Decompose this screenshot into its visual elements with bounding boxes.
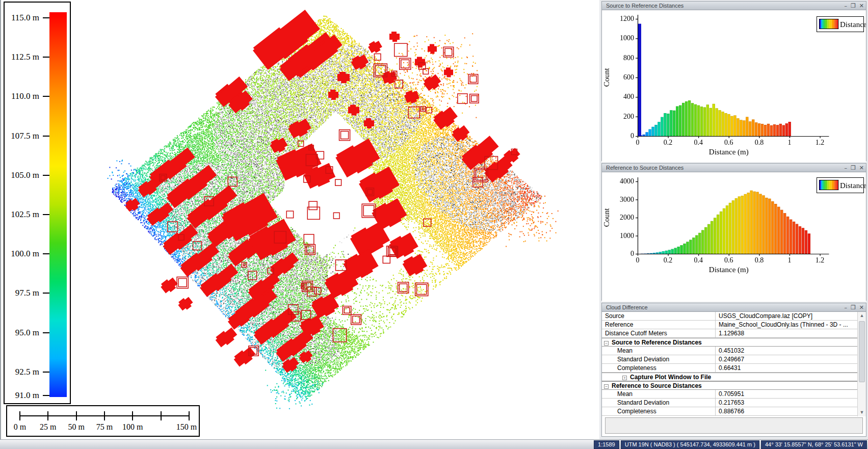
group-label[interactable]: −Source to Reference Distances — [602, 339, 702, 346]
table-row: SourceUSGS_CloudCompare.laz [COPY] — [602, 312, 857, 321]
field-value: 0.705951 — [715, 390, 857, 398]
field-value: 0.217653 — [715, 399, 857, 407]
table-row: Mean0.451032 — [602, 347, 857, 355]
field-value: Maine_School_CloudOnly.las (Thinned - 3D… — [715, 321, 857, 329]
field-value: 0.451032 — [715, 347, 857, 355]
close-button[interactable]: ✕ — [859, 305, 864, 310]
scale-bar-label: 100 m — [122, 422, 143, 432]
dockable-panels-column: Source to Reference Distances – ❒ ✕ Refe… — [599, 0, 868, 439]
legend-tick — [43, 395, 49, 396]
legend-label: 112.5 m — [11, 52, 39, 62]
field-label: Standard Deviation — [602, 356, 715, 363]
scale-bar-tick — [47, 411, 48, 420]
scroll-down-icon[interactable]: ▼ — [858, 409, 866, 416]
panel-titlebar[interactable]: Reference to Source Distances – ❒ ✕ — [602, 164, 866, 172]
elevation-legend: 115.0 m112.5 m110.0 m107.5 m105.0 m102.5… — [4, 2, 71, 404]
table-row: +Capture Plot Window to File — [602, 373, 857, 381]
scale-bar-tick — [161, 411, 162, 420]
coordinates-readout: 44° 33' 15.8557" N, 68° 25' 53.6131" W — [761, 440, 867, 449]
field-label: Mean — [602, 347, 715, 354]
panel-title: Cloud Difference — [606, 304, 844, 310]
table-row: −Reference to Source Distances — [602, 381, 857, 390]
cloud-difference-table: SourceUSGS_CloudCompare.laz [COPY]Refere… — [602, 312, 857, 416]
legend-tick — [43, 253, 49, 254]
scroll-up-icon[interactable]: ▲ — [858, 312, 866, 320]
scale-bar-label: 0 m — [14, 422, 26, 432]
point-cloud-view[interactable] — [1, 0, 599, 439]
field-label: Completeness — [602, 408, 715, 415]
legend-label: 91.0 m — [15, 390, 39, 401]
collapse-icon[interactable]: − — [604, 384, 609, 389]
legend-label: 102.5 m — [11, 209, 39, 220]
legend-label: 92.5 m — [15, 367, 39, 377]
maximize-button[interactable]: ❒ — [851, 165, 856, 171]
legend-tick — [43, 57, 49, 58]
histogram-source-to-reference[interactable] — [602, 10, 866, 160]
status-bar: 1:1589 UTM 19N ( NAD83 ) ( 545147.734, 4… — [0, 439, 868, 449]
panel-cloud-difference: Cloud Difference – ❒ ✕ SourceUSGS_CloudC… — [601, 303, 866, 437]
empty-detail-box — [605, 417, 863, 434]
legend-label: 115.0 m — [11, 13, 39, 23]
scale-bar-label: 75 m — [96, 422, 113, 432]
group-label[interactable]: +Capture Plot Window to File — [602, 374, 711, 381]
table-row: Completeness0.886766 — [602, 407, 857, 416]
table-row: −Source to Reference Distances — [602, 338, 857, 347]
panel-source-to-reference: Source to Reference Distances – ❒ ✕ — [601, 1, 866, 161]
maximize-button[interactable]: ❒ — [851, 3, 856, 9]
legend-label: 100.0 m — [11, 249, 39, 259]
close-button[interactable]: ✕ — [859, 165, 864, 171]
field-label: Reference — [602, 321, 715, 328]
projection-readout: UTM 19N ( NAD83 ) ( 545147.734, 4933609.… — [621, 440, 759, 449]
map-scale-readout: 1:1589 — [594, 440, 619, 449]
minimize-button[interactable]: – — [844, 165, 847, 171]
field-label: Mean — [602, 390, 715, 398]
minimize-button[interactable]: – — [844, 3, 847, 9]
minimize-button[interactable]: – — [844, 305, 847, 310]
field-value: 0.66431 — [715, 364, 857, 372]
legend-tick — [43, 136, 49, 137]
vertical-scrollbar[interactable]: ▲ ▼ — [857, 312, 866, 416]
scale-bar-label: 50 m — [68, 422, 84, 432]
map-scale-bar: 0 m25 m50 m75 m100 m150 m — [6, 405, 200, 437]
scale-bar-tick — [132, 411, 133, 420]
scale-bar-label: 25 m — [40, 422, 56, 432]
legend-label: 105.0 m — [11, 170, 39, 180]
histogram-reference-to-source[interactable] — [602, 172, 866, 300]
field-value: 1.129638 — [715, 329, 857, 337]
legend-tick — [43, 293, 49, 294]
legend-tick — [43, 214, 49, 215]
table-row: Mean0.705951 — [602, 390, 857, 399]
table-row: Standard Deviation0.249667 — [602, 355, 857, 364]
panel-title: Reference to Source Distances — [606, 165, 844, 171]
table-row: Completeness0.66431 — [602, 364, 857, 373]
field-value: USGS_CloudCompare.laz [COPY] — [715, 312, 857, 320]
map-view[interactable]: 115.0 m112.5 m110.0 m107.5 m105.0 m102.5… — [0, 0, 598, 439]
collapse-icon[interactable]: − — [604, 341, 609, 346]
panel-title: Source to Reference Distances — [606, 3, 844, 9]
field-label: Completeness — [602, 364, 715, 372]
table-row: Standard Deviation0.217653 — [602, 399, 857, 407]
scale-bar-tick — [19, 411, 20, 420]
panel-titlebar[interactable]: Source to Reference Distances – ❒ ✕ — [602, 2, 866, 10]
scrollbar-thumb[interactable] — [859, 321, 865, 382]
legend-label: 107.5 m — [11, 131, 39, 141]
group-label[interactable]: −Reference to Source Distances — [602, 382, 702, 389]
field-label: Source — [602, 312, 715, 320]
panel-reference-to-source: Reference to Source Distances – ❒ ✕ — [601, 163, 866, 301]
close-button[interactable]: ✕ — [859, 3, 864, 9]
table-row: ReferenceMaine_School_CloudOnly.las (Thi… — [602, 321, 857, 329]
legend-tick — [43, 332, 49, 333]
legend-label: 110.0 m — [11, 91, 39, 101]
expand-icon[interactable]: + — [622, 376, 627, 380]
legend-label: 97.5 m — [15, 288, 39, 298]
legend-tick — [43, 17, 49, 18]
legend-tick — [43, 372, 49, 373]
elevation-colorbar — [49, 12, 67, 397]
field-value: 0.886766 — [715, 407, 857, 415]
legend-tick — [43, 175, 49, 176]
panel-titlebar[interactable]: Cloud Difference – ❒ ✕ — [602, 303, 866, 312]
scale-bar-tick — [104, 411, 105, 420]
legend-tick — [43, 96, 49, 97]
maximize-button[interactable]: ❒ — [851, 305, 856, 310]
application-window: 115.0 m112.5 m110.0 m107.5 m105.0 m102.5… — [0, 0, 868, 449]
